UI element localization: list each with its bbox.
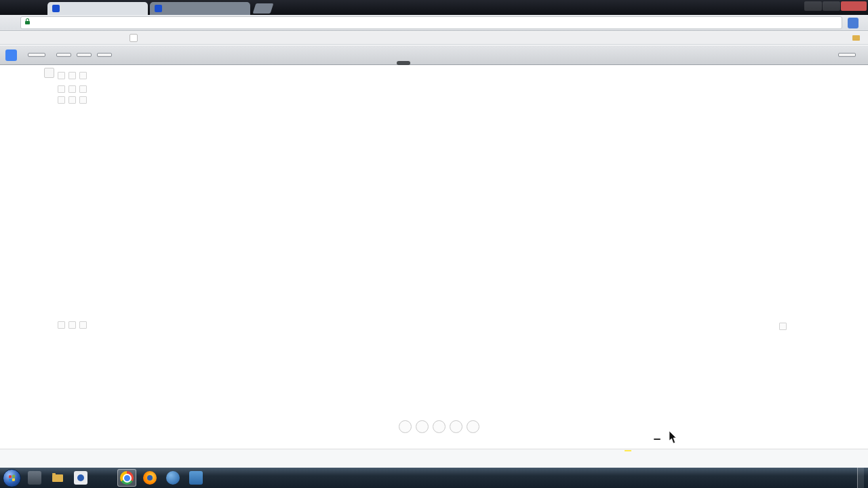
zoom-out-button[interactable] — [416, 420, 429, 433]
bookmark-favicon — [17, 35, 24, 41]
bookmark-favicon — [111, 35, 118, 41]
folder-icon — [852, 35, 860, 41]
media-player-icon — [74, 471, 87, 485]
bookmark-favicon — [149, 35, 156, 41]
zoom-in-button[interactable] — [450, 420, 462, 433]
chart-page — [0, 65, 868, 468]
mouse-cursor — [669, 431, 678, 445]
taskbar-media-player[interactable] — [71, 469, 90, 487]
new-tab-button[interactable] — [253, 3, 274, 14]
browser-toolbar — [0, 15, 868, 31]
language-dropdown[interactable] — [28, 53, 45, 57]
system-tray — [835, 468, 868, 488]
desktop — [0, 0, 868, 488]
range-toolbar — [0, 449, 868, 468]
reset-view-button[interactable] — [433, 420, 446, 433]
bookmark-item[interactable] — [130, 34, 140, 42]
explorer-folder-icon — [52, 474, 63, 482]
minimize-button[interactable] — [804, 1, 822, 11]
bookmark-item[interactable] — [38, 35, 47, 41]
infobar-right — [838, 53, 863, 57]
app-gray-icon — [28, 471, 41, 485]
eye-icon[interactable] — [58, 85, 65, 93]
taskbar-internet-explorer[interactable] — [94, 469, 113, 487]
always-translate-button[interactable] — [97, 53, 112, 57]
chart-canvas[interactable] — [43, 65, 827, 449]
taskbar-google-chrome[interactable] — [117, 469, 136, 487]
volume-indicator-header — [54, 85, 94, 93]
address-bar[interactable] — [20, 16, 842, 29]
bookmarks-bar — [0, 32, 868, 45]
firefox-icon — [143, 471, 157, 485]
tab-eurchf[interactable] — [47, 2, 148, 15]
other-bookmarks-button[interactable] — [852, 35, 863, 41]
bookmark-item[interactable] — [149, 35, 159, 41]
bookmark-favicon — [130, 34, 138, 42]
gear-icon[interactable] — [68, 321, 76, 329]
app-blue-icon — [189, 471, 203, 485]
bookmark-item[interactable] — [93, 35, 102, 41]
start-button[interactable] — [3, 469, 21, 487]
symbol-header — [54, 72, 100, 79]
extension-icon[interactable] — [848, 18, 859, 28]
tab-spx500[interactable] — [150, 2, 250, 15]
close-icon[interactable] — [79, 85, 87, 93]
scroll-left-button[interactable] — [399, 420, 412, 433]
eye-icon[interactable] — [58, 321, 65, 329]
close-icon[interactable] — [79, 72, 87, 79]
taskbar-app-blue[interactable] — [186, 469, 205, 487]
tab-strip — [0, 0, 868, 15]
exit-fullscreen-toast — [397, 61, 410, 65]
translate-infobar — [0, 45, 868, 65]
thunderbird-icon — [166, 471, 180, 485]
bookmark-favicon — [75, 35, 81, 41]
no-button[interactable] — [77, 53, 92, 57]
chrome-icon — [120, 471, 134, 485]
date-tooltip — [654, 439, 660, 440]
gear-icon[interactable] — [68, 72, 76, 79]
taskbar-windows-explorer[interactable] — [48, 469, 67, 487]
scroll-right-button[interactable] — [467, 420, 479, 433]
taskbar-thunderbird[interactable] — [163, 469, 182, 487]
translate-icon — [5, 49, 17, 61]
bookmark-item[interactable] — [17, 35, 29, 41]
bb-indicator-header — [54, 96, 97, 104]
bookmark-item[interactable] — [75, 35, 84, 41]
maximize-button[interactable] — [823, 1, 840, 11]
chart-nav-cluster — [399, 420, 479, 433]
gear-icon[interactable] — [68, 96, 76, 104]
https-lock-icon — [25, 21, 30, 24]
show-desktop-button[interactable] — [857, 468, 864, 488]
tradingview-favicon-icon — [52, 5, 60, 12]
bookmark-favicon — [93, 35, 100, 41]
macd-collapse-icon[interactable] — [779, 323, 787, 330]
bookmark-item[interactable] — [111, 35, 121, 41]
news-ticker[interactable] — [625, 450, 631, 451]
windows-flag-icon — [9, 474, 15, 481]
window-controls — [804, 1, 867, 11]
taskbar-app-gray[interactable] — [25, 469, 44, 487]
bookmark-favicon — [38, 35, 45, 41]
close-window-button[interactable] — [841, 1, 867, 11]
tradingview-favicon-icon — [155, 5, 162, 12]
bookmark-favicon — [56, 35, 63, 41]
eye-icon[interactable] — [58, 72, 65, 79]
options-dropdown[interactable] — [838, 53, 856, 57]
close-icon[interactable] — [79, 96, 87, 104]
close-icon[interactable] — [79, 321, 87, 329]
taskbar-firefox[interactable] — [140, 469, 159, 487]
taskbar — [0, 468, 868, 488]
scale-cluster — [778, 449, 788, 468]
translate-button[interactable] — [56, 53, 71, 57]
bookmark-item[interactable] — [56, 35, 66, 41]
eye-icon[interactable] — [58, 96, 65, 104]
gear-icon[interactable] — [68, 85, 76, 93]
macd-indicator-header — [54, 321, 97, 329]
